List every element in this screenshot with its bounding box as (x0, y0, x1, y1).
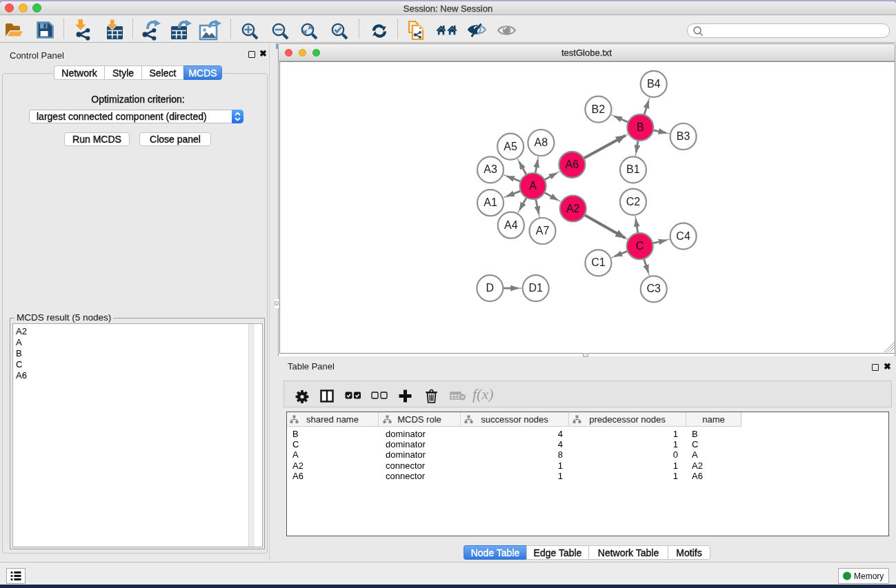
svg-text:A7: A7 (536, 225, 550, 236)
svg-text:C3: C3 (646, 283, 661, 294)
svg-text:D: D (486, 282, 495, 294)
svg-text:A1: A1 (484, 196, 497, 208)
svg-text:B: B (637, 121, 644, 133)
svg-text:B4: B4 (647, 78, 661, 90)
svg-text:A3: A3 (484, 163, 497, 175)
svg-text:C2: C2 (626, 196, 641, 207)
svg-text:A5: A5 (504, 141, 517, 152)
svg-text:C: C (636, 240, 644, 252)
svg-text:B3: B3 (677, 130, 690, 142)
svg-text:C4: C4 (676, 230, 690, 242)
svg-text:A: A (529, 180, 537, 192)
svg-text:A2: A2 (566, 203, 580, 214)
svg-text:D1: D1 (528, 282, 543, 294)
svg-text:B2: B2 (592, 103, 606, 115)
svg-text:A4: A4 (504, 219, 518, 231)
svg-text:A8: A8 (535, 136, 548, 148)
svg-text:B1: B1 (626, 163, 640, 175)
svg-text:C1: C1 (591, 256, 606, 268)
svg-text:A6: A6 (566, 159, 579, 170)
